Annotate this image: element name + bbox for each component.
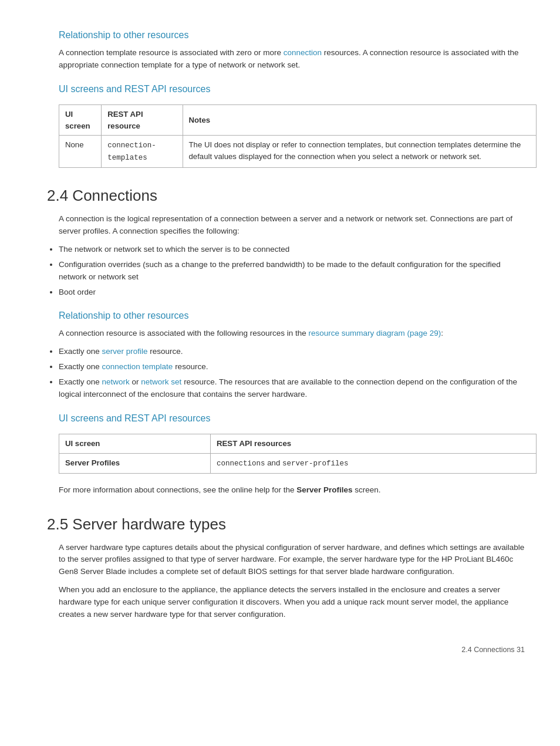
list-item: Exactly one connection template resource… — [59, 361, 525, 373]
section-25-server-hardware: 2.5 Server hardware types A server hardw… — [47, 513, 525, 622]
ui-screens-top-table-wrapper: UI screen REST API resource Notes None c… — [59, 104, 537, 168]
section-ui-screens-top: UI screens and REST API resources UI scr… — [47, 82, 525, 168]
section-24-heading: 2.4 Connections — [47, 184, 525, 207]
section-relationship-24: Relationship to other resources A connec… — [47, 309, 525, 401]
cell-notes-top: The UI does not display or refer to conn… — [183, 136, 536, 168]
list-item: Boot order — [59, 286, 525, 299]
col-header-ui-screen-24: UI screen — [59, 434, 211, 454]
table-row: Server Profiles connections and server-p… — [59, 453, 537, 473]
cell-rest-api-top: connection-templates — [102, 136, 183, 168]
list-item: Configuration overrides (such as a chang… — [59, 259, 525, 283]
rest-api-code-top: connection-templates — [107, 141, 156, 162]
ui-screens-24-heading: UI screens and REST API resources — [59, 411, 525, 426]
page-footer: 2.4 Connections 31 — [47, 644, 525, 656]
col-header-notes-top: Notes — [183, 104, 536, 136]
rest-api-code-24-connections: connections — [217, 460, 265, 468]
section-24-paragraph: A connection is the logical representati… — [59, 213, 525, 238]
section-25-paragraph2: When you add an enclosure to the applian… — [59, 584, 525, 621]
col-header-rest-api-24: REST API resources — [211, 434, 537, 454]
connection-link-top[interactable]: connection — [284, 48, 322, 57]
server-profile-link[interactable]: server profile — [102, 347, 148, 356]
ui-screens-top-heading: UI screens and REST API resources — [59, 82, 525, 96]
section-24-connections: 2.4 Connections A connection is the logi… — [47, 184, 525, 299]
col-header-ui-screen-top: UI screen — [59, 104, 102, 136]
list-item: Exactly one server profile resource. — [59, 346, 525, 358]
footer-text: 2.4 Connections 31 — [461, 646, 525, 654]
list-item: Exactly one network or network set resou… — [59, 376, 525, 401]
relationship-24-paragraph: A connection resource is associated with… — [59, 328, 525, 340]
cell-rest-api-24: connections and server-profiles — [211, 453, 537, 473]
cell-ui-screen-24: Server Profiles — [59, 453, 211, 473]
table-row: None connection-templates The UI does no… — [59, 136, 537, 168]
cell-ui-screen-top: None — [59, 136, 102, 168]
relationship-top-paragraph: A connection template resource is associ… — [59, 47, 525, 72]
rest-api-code-24-profiles: server-profiles — [282, 460, 349, 468]
list-item: The network or network set to which the … — [59, 244, 525, 256]
ui-screens-24-footer: For more information about connections, … — [59, 484, 525, 497]
section-25-paragraph1: A server hardware type captures details … — [59, 542, 525, 579]
ui-screens-24-table-wrapper: UI screen REST API resources Server Prof… — [59, 434, 537, 474]
relationship-24-bullets: Exactly one server profile resource. Exa… — [59, 346, 525, 401]
section-relationship-top: Relationship to other resources A connec… — [47, 28, 525, 72]
ui-screens-top-table: UI screen REST API resource Notes None c… — [59, 104, 537, 168]
col-header-rest-api-top: REST API resource — [102, 104, 183, 136]
ui-screens-24-table: UI screen REST API resources Server Prof… — [59, 434, 537, 474]
relationship-top-heading: Relationship to other resources — [59, 28, 525, 42]
connection-template-link[interactable]: connection template — [102, 362, 173, 371]
section-24-bullets: The network or network set to which the … — [59, 244, 525, 299]
resource-summary-link[interactable]: resource summary diagram (page 29) — [308, 329, 441, 337]
section-ui-screens-24: UI screens and REST API resources UI scr… — [47, 411, 525, 496]
section-25-heading: 2.5 Server hardware types — [47, 513, 525, 536]
relationship-24-heading: Relationship to other resources — [59, 309, 525, 323]
network-link[interactable]: network — [102, 377, 130, 386]
network-set-link[interactable]: network set — [141, 377, 181, 386]
